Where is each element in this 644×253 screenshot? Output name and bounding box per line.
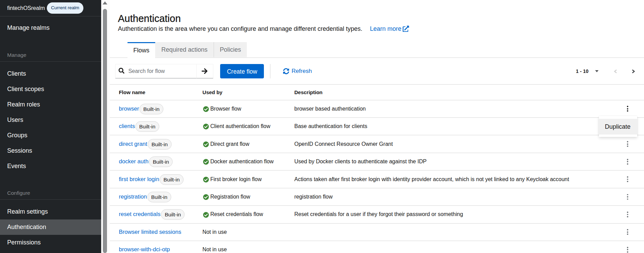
- nav-section-title: Configure: [0, 188, 101, 198]
- kebab-menu-button[interactable]: [621, 173, 634, 186]
- flow-name-link[interactable]: Browser limited sessions: [119, 229, 182, 236]
- flow-name-link[interactable]: first broker login: [119, 176, 159, 183]
- realm-selector[interactable]: fintechOSrealm Current realm: [0, 0, 101, 16]
- menu-item-duplicate[interactable]: Duplicate: [599, 119, 637, 135]
- kebab-menu-button[interactable]: [621, 102, 634, 116]
- column-header-flow-name[interactable]: Flow name: [110, 89, 202, 95]
- used-by-cell: Docker authentication flow: [202, 159, 294, 165]
- kebab-menu-button[interactable]: [621, 225, 634, 239]
- column-header-used-by[interactable]: Used by: [202, 89, 294, 95]
- built-in-label: Built-in: [135, 121, 159, 132]
- flow-name-link[interactable]: docker auth: [119, 158, 149, 165]
- tab-flows[interactable]: Flows: [128, 42, 155, 58]
- used-by-text: Direct grant flow: [210, 141, 249, 147]
- used-by-cell: Registration flow: [202, 194, 294, 200]
- flow-name-link[interactable]: clients: [119, 123, 135, 130]
- nav-section-manage: ManageClientsClient scopesRealm rolesUse…: [0, 50, 101, 174]
- used-by-cell: Browser flow: [202, 105, 294, 112]
- check-circle-icon: [203, 159, 209, 165]
- description-cell: browser based authentication: [294, 106, 644, 112]
- kebab-menu-button[interactable]: [621, 155, 634, 168]
- sidebar-scrollbar[interactable]: [101, 0, 110, 253]
- refresh-icon: [283, 68, 289, 74]
- refresh-button[interactable]: Refresh: [283, 64, 312, 78]
- built-in-label: Built-in: [149, 156, 173, 167]
- used-by-text: First broker login flow: [210, 176, 261, 182]
- table-row: browserBuilt-inBrowser flowbrowser based…: [110, 100, 644, 118]
- used-by-cell: Not in use: [202, 246, 294, 253]
- used-by-text: Not in use: [202, 229, 227, 235]
- pagination-previous-button[interactable]: [612, 64, 620, 78]
- table-row: clientsBuilt-inClient authentication flo…: [110, 118, 644, 135]
- table-row: browser-with-dci-otpNot in use: [110, 241, 644, 253]
- used-by-cell: Direct grant flow: [202, 141, 294, 147]
- check-circle-icon: [203, 212, 209, 218]
- sidebar-item-client-scopes[interactable]: Client scopes: [0, 81, 101, 97]
- sidebar-item-groups[interactable]: Groups: [0, 128, 101, 143]
- sidebar-item-sessions[interactable]: Sessions: [0, 143, 101, 159]
- used-by-text: Reset credentials flow: [210, 211, 263, 217]
- current-realm-badge: Current realm: [47, 2, 83, 14]
- kebab-dropdown-menu: Duplicate: [599, 116, 637, 137]
- sidebar-item-clients[interactable]: Clients: [0, 66, 101, 81]
- chevron-left-icon: [614, 68, 617, 74]
- toolbar: Create flow Refresh 1 - 10: [110, 64, 644, 78]
- learn-more-link[interactable]: Learn more: [370, 25, 409, 32]
- built-in-label: Built-in: [161, 209, 185, 220]
- create-flow-button[interactable]: Create flow: [220, 64, 264, 78]
- sidebar-item-events[interactable]: Events: [0, 159, 101, 174]
- scrollbar-thumb[interactable]: [103, 9, 107, 253]
- description-cell: registration flow: [294, 194, 644, 200]
- chevron-right-icon: [632, 68, 635, 74]
- page-title: Authentication: [118, 14, 181, 24]
- external-link-icon: [403, 26, 409, 32]
- nav-section-title: Manage: [0, 50, 101, 60]
- sidebar: fintechOSrealm Current realm Manage real…: [0, 0, 101, 253]
- kebab-menu-button[interactable]: [621, 243, 634, 253]
- pagination-range-toggle[interactable]: 1 - 10: [576, 64, 599, 78]
- built-in-label: Built-in: [147, 192, 171, 202]
- sidebar-item-permissions[interactable]: Permissions: [0, 235, 101, 250]
- sidebar-item-realm-settings[interactable]: Realm settings: [0, 204, 101, 219]
- check-circle-icon: [203, 124, 209, 129]
- kebab-menu-button[interactable]: [621, 207, 634, 221]
- page-description: Authentication is the area where you can…: [118, 26, 409, 32]
- arrow-right-icon: [202, 68, 207, 74]
- sidebar-item-realm-roles[interactable]: Realm roles: [0, 97, 101, 112]
- table-row: Browser limited sessionsNot in use: [110, 224, 644, 241]
- flow-name-link[interactable]: registration: [119, 193, 147, 200]
- flow-name-link[interactable]: reset credentials: [119, 211, 161, 218]
- kebab-menu-button[interactable]: [621, 190, 634, 204]
- used-by-text: Docker authentication flow: [210, 159, 273, 165]
- tab-required-actions[interactable]: Required actions: [155, 42, 214, 57]
- tabs: FlowsRequired actionsPolicies: [128, 42, 246, 58]
- description-cell: Actions taken after first broker login w…: [294, 176, 644, 182]
- table-header: Flow name Used by Description: [110, 84, 644, 100]
- pagination-next-button[interactable]: [630, 64, 638, 78]
- search-input[interactable]: [115, 64, 197, 78]
- flow-name-link[interactable]: browser: [119, 105, 139, 112]
- scrollbar-up-arrow-icon[interactable]: [103, 1, 107, 4]
- check-circle-icon: [203, 141, 209, 147]
- flow-name-link[interactable]: direct grant: [119, 141, 147, 148]
- sidebar-item-authentication[interactable]: Authentication: [0, 219, 101, 235]
- flow-name-link[interactable]: browser-with-dci-otp: [119, 246, 170, 253]
- check-circle-icon: [203, 177, 209, 182]
- check-circle-icon: [203, 194, 209, 200]
- realm-name: fintechOSrealm: [7, 5, 45, 11]
- sidebar-item-users[interactable]: Users: [0, 112, 101, 128]
- used-by-cell: Client authentication flow: [202, 123, 294, 130]
- sidebar-item-manage-realms[interactable]: Manage realms: [0, 20, 101, 36]
- main-content: Authentication Authentication is the are…: [110, 0, 644, 253]
- column-header-description[interactable]: Description: [294, 89, 644, 95]
- search-submit-button[interactable]: [196, 64, 214, 78]
- tab-policies[interactable]: Policies: [214, 42, 246, 57]
- table-row: reset credentialsBuilt-inReset credentia…: [110, 206, 644, 223]
- check-circle-icon: [203, 106, 209, 112]
- used-by-cell: Reset credentials flow: [202, 211, 294, 218]
- table-row: docker authBuilt-inDocker authentication…: [110, 153, 644, 170]
- kebab-menu-button[interactable]: [621, 137, 634, 151]
- used-by-text: Client authentication flow: [210, 123, 270, 129]
- used-by-cell: Not in use: [202, 229, 294, 235]
- description-cell: Used by Docker clients to authenticate a…: [294, 159, 644, 165]
